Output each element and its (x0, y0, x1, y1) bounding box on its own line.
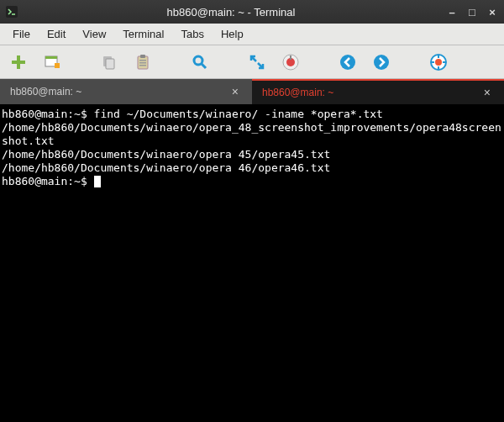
new-window-button[interactable] (42, 52, 62, 72)
preferences-button[interactable] (281, 52, 301, 72)
help-button[interactable] (428, 52, 449, 72)
menu-view[interactable]: View (75, 25, 113, 43)
svg-rect-5 (45, 56, 57, 59)
menu-tabs[interactable]: Tabs (173, 25, 211, 43)
search-button[interactable] (190, 52, 210, 72)
cursor (94, 176, 101, 187)
svg-rect-26 (443, 61, 446, 63)
terminal-line: hb860@main:~$ find ~/Documents/winaero/ … (2, 108, 383, 120)
menu-help[interactable]: Help (213, 25, 251, 43)
prev-tab-button[interactable] (338, 52, 358, 72)
terminal-app-icon (5, 5, 18, 18)
svg-rect-18 (290, 55, 291, 60)
new-tab-button[interactable] (8, 52, 29, 72)
maximize-button[interactable]: □ (465, 5, 479, 18)
svg-rect-23 (438, 55, 439, 58)
terminal-prompt: hb860@main:~$ (2, 175, 94, 187)
svg-point-20 (374, 55, 389, 70)
svg-rect-3 (12, 61, 25, 64)
terminal-line: /home/hb860/Documents/winaero/opera_48_s… (2, 121, 501, 147)
close-window-button[interactable]: × (486, 5, 499, 18)
titlebar: hb860@main: ~ - Terminal – □ × (0, 0, 504, 24)
window-title: hb860@main: ~ - Terminal (24, 6, 438, 18)
minimize-button[interactable]: – (445, 5, 459, 18)
svg-rect-8 (106, 59, 114, 69)
paste-button[interactable] (133, 52, 153, 72)
fullscreen-button[interactable] (247, 52, 267, 72)
terminal-line: /home/hb860/Documents/winaero/opera 45/o… (2, 148, 330, 161)
menu-terminal[interactable]: Terminal (115, 25, 171, 43)
tab-label: hb860@main: ~ (262, 87, 480, 98)
svg-point-14 (194, 56, 202, 65)
svg-rect-11 (139, 60, 146, 61)
tab-2[interactable]: hb860@main: ~ × (252, 79, 504, 104)
close-tab-icon[interactable]: × (480, 86, 494, 99)
terminal-line: /home/hb860/Documents/winaero/opera 46/o… (2, 161, 330, 174)
svg-rect-10 (140, 55, 145, 58)
svg-line-15 (202, 64, 206, 68)
next-tab-button[interactable] (371, 52, 391, 72)
svg-rect-24 (438, 66, 439, 70)
copy-button[interactable] (99, 52, 119, 72)
svg-point-22 (435, 59, 442, 66)
svg-point-19 (340, 55, 355, 70)
close-tab-icon[interactable]: × (228, 85, 242, 98)
menubar: File Edit View Terminal Tabs Help (0, 24, 504, 45)
svg-rect-12 (139, 62, 146, 64)
svg-rect-6 (55, 63, 60, 68)
svg-rect-25 (431, 61, 434, 63)
svg-rect-13 (139, 65, 146, 66)
menu-edit[interactable]: Edit (39, 25, 73, 43)
tab-label: hb860@main: ~ (10, 86, 228, 98)
tabbar: hb860@main: ~ × hb860@main: ~ × (0, 79, 504, 104)
menu-file[interactable]: File (5, 25, 38, 43)
tab-1[interactable]: hb860@main: ~ × (0, 79, 252, 104)
toolbar (0, 45, 504, 79)
terminal-output[interactable]: hb860@main:~$ find ~/Documents/winaero/ … (0, 104, 504, 422)
